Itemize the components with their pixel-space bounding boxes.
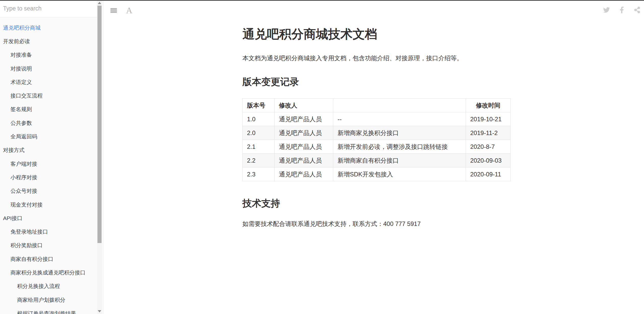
sidebar-scrollbar[interactable] xyxy=(97,0,102,314)
column-header xyxy=(333,99,466,112)
search-box xyxy=(0,0,97,17)
sidebar-item[interactable]: 商家给用户划拨积分 xyxy=(0,293,97,307)
table-cell: 2.3 xyxy=(243,167,275,181)
table-row: 2.0通兑吧产品人员新增商家兑换积分接口2019-11-2 xyxy=(243,126,511,140)
intro-paragraph: 本文档为通兑吧积分商城接入专用文档，包含功能介绍、对接原理，接口介绍等。 xyxy=(242,54,510,63)
table-cell: -- xyxy=(333,112,466,126)
table-row: 2.1通兑吧产品人员新增开发前必读，调整涉及接口跳转链接2020-8-7 xyxy=(243,140,511,154)
toolbar-left: A xyxy=(110,6,132,15)
sidebar-item-label: 术语定义 xyxy=(10,79,32,86)
sidebar-item-label: 公共参数 xyxy=(10,119,32,127)
sidebar-item-label: 对接准备 xyxy=(10,51,32,58)
sidebar-item-label: 根据订单号查询划拨结果 xyxy=(17,310,76,314)
table-cell: 2.0 xyxy=(243,126,275,140)
column-header: 修改时间 xyxy=(466,99,511,112)
sidebar-item-label: 对接说明 xyxy=(10,65,32,72)
table-cell: 通兑吧产品人员 xyxy=(275,167,333,181)
sidebar-item-label: 积分奖励接口 xyxy=(10,242,43,249)
sidebar-item-label: 公众号对接 xyxy=(10,187,37,195)
sidebar-item-label: 商家自有积分接口 xyxy=(10,256,53,263)
sidebar-item[interactable]: 签名规则 xyxy=(0,103,97,116)
twitter-icon[interactable] xyxy=(603,7,610,13)
sidebar-item-label: 商家给用户划拨积分 xyxy=(17,296,65,304)
table-cell: 2.1 xyxy=(243,140,275,154)
sidebar-item-label: API接口 xyxy=(3,215,22,222)
table-cell: 新增开发前必读，调整涉及接口跳转链接 xyxy=(333,140,466,154)
table-cell: 通兑吧产品人员 xyxy=(275,126,333,140)
table-cell: 2020-09-03 xyxy=(466,154,511,167)
sidebar-item-label: 签名规则 xyxy=(10,106,32,113)
table-cell: 通兑吧产品人员 xyxy=(275,112,333,126)
sidebar-item[interactable]: 商家自有积分接口 xyxy=(0,252,97,266)
support-paragraph: 如需要技术配合请联系通兑吧技术支持，联系方式：400 777 5917 xyxy=(242,220,510,228)
sidebar-item[interactable]: 全局返回码 xyxy=(0,130,97,143)
sidebar-item[interactable]: 接口交互流程 xyxy=(0,89,97,102)
sidebar-item[interactable]: 根据订单号查询划拨结果 xyxy=(0,307,97,314)
section-heading-support: 技术支持 xyxy=(242,198,510,209)
sidebar-item[interactable]: 对接说明 xyxy=(0,62,97,75)
sidebar-item[interactable]: 商家积分兑换成通兑吧积分接口 xyxy=(0,266,97,279)
table-cell: 新增商家兑换积分接口 xyxy=(333,126,466,140)
table-row: 2.2通兑吧产品人员新增商家自有积分接口2020-09-03 xyxy=(243,154,511,167)
table-cell: 新增SDK开发包接入 xyxy=(333,167,466,181)
sidebar-nav: 通兑吧积分商城开发前必读对接准备对接说明术语定义接口交互流程签名规则公共参数全局… xyxy=(0,18,97,314)
sidebar-item[interactable]: 开发前必读 xyxy=(0,34,97,48)
sidebar-item[interactable]: 术语定义 xyxy=(0,75,97,89)
scroll-up-arrow-icon[interactable] xyxy=(98,2,101,4)
page-title: 通兑吧积分商城技术文档 xyxy=(242,27,510,42)
sidebar-item-label: 小程序对接 xyxy=(10,174,37,181)
table-cell: 新增商家自有积分接口 xyxy=(333,154,466,167)
app-window: 通兑吧积分商城开发前必读对接准备对接说明术语定义接口交互流程签名规则公共参数全局… xyxy=(0,0,644,314)
sidebar-scrollbar-thumb[interactable] xyxy=(97,6,102,243)
table-cell: 2020-8-7 xyxy=(466,140,511,154)
sidebar-nav-list: 通兑吧积分商城开发前必读对接准备对接说明术语定义接口交互流程签名规则公共参数全局… xyxy=(0,21,97,314)
facebook-icon[interactable] xyxy=(618,7,625,13)
sidebar-item[interactable]: 客户端对接 xyxy=(0,157,97,171)
sidebar-item[interactable]: 积分兑换接入流程 xyxy=(0,280,97,293)
sidebar-item-label: 商家积分兑换成通兑吧积分接口 xyxy=(10,269,85,276)
menu-icon[interactable] xyxy=(110,8,117,13)
sidebar-item[interactable]: 现金支付对接 xyxy=(0,198,97,211)
sidebar-item-label: 通兑吧积分商城 xyxy=(3,24,41,31)
table-cell: 2.2 xyxy=(243,154,275,167)
sidebar: 通兑吧积分商城开发前必读对接准备对接说明术语定义接口交互流程签名规则公共参数全局… xyxy=(0,0,104,314)
table-cell: 2019-10-21 xyxy=(466,112,511,126)
table-header-row: 版本号修改人修改时间 xyxy=(243,99,511,112)
table-cell: 通兑吧产品人员 xyxy=(275,140,333,154)
sidebar-item-label: 现金支付对接 xyxy=(10,201,43,208)
table-cell: 通兑吧产品人员 xyxy=(275,154,333,167)
sidebar-item[interactable]: 积分奖励接口 xyxy=(0,239,97,252)
scroll-down-arrow-icon[interactable] xyxy=(98,310,101,312)
section-heading-changelog: 版本变更记录 xyxy=(242,76,510,88)
share-icon[interactable] xyxy=(634,7,640,13)
document-page: 通兑吧积分商城技术文档 本文档为通兑吧积分商城接入专用文档，包含功能介绍、对接原… xyxy=(242,0,510,228)
sidebar-item-label: 开发前必读 xyxy=(3,38,30,45)
font-settings-icon[interactable]: A xyxy=(126,6,132,15)
sidebar-item-label: 接口交互流程 xyxy=(10,92,43,99)
sidebar-item-label: 积分兑换接入流程 xyxy=(17,283,60,290)
table-row: 1.0通兑吧产品人员--2019-10-21 xyxy=(243,112,511,126)
table-row: 2.3通兑吧产品人员新增SDK开发包接入2020-09-11 xyxy=(243,167,511,181)
sidebar-item[interactable]: 小程序对接 xyxy=(0,171,97,184)
content-area: A 通兑吧积分商城技术文档 本文档为通兑吧积分商城接入专用文档，包含功能介绍、对… xyxy=(104,0,644,314)
sidebar-item[interactable]: 免登录地址接口 xyxy=(0,225,97,238)
toolbar-right xyxy=(603,7,640,13)
changelog-table: 版本号修改人修改时间 1.0通兑吧产品人员--2019-10-212.0通兑吧产… xyxy=(242,98,511,181)
table-cell: 1.0 xyxy=(243,112,275,126)
table-cell: 2020-09-11 xyxy=(466,167,511,181)
sidebar-item-label: 免登录地址接口 xyxy=(10,228,48,235)
sidebar-item[interactable]: 通兑吧积分商城 xyxy=(0,21,97,34)
sidebar-item[interactable]: 对接准备 xyxy=(0,48,97,62)
sidebar-item[interactable]: 公众号对接 xyxy=(0,184,97,198)
sidebar-item-label: 对接方式 xyxy=(3,147,24,154)
sidebar-item-label: 客户端对接 xyxy=(10,160,37,167)
search-input[interactable] xyxy=(0,0,97,17)
sidebar-item[interactable]: 公共参数 xyxy=(0,116,97,130)
window-top-edge xyxy=(0,0,644,1)
sidebar-item-label: 全局返回码 xyxy=(10,133,37,140)
sidebar-item[interactable]: 对接方式 xyxy=(0,143,97,157)
column-header: 修改人 xyxy=(275,99,333,112)
column-header: 版本号 xyxy=(243,99,275,112)
sidebar-item[interactable]: API接口 xyxy=(0,211,97,225)
table-cell: 2019-11-2 xyxy=(466,126,511,140)
